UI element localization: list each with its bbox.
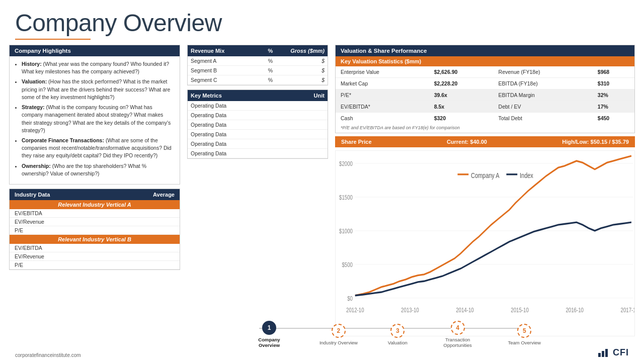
- revenue-mix-box: Revenue Mix % Gross ($mm) Segment A % $ …: [187, 45, 328, 85]
- progress-nav: 1 Company Overview 2 Industry Overview 3…: [161, 321, 629, 348]
- step-label-4: Transaction Opportunities: [438, 337, 478, 348]
- industry-vertical-b: Relevant Industry Vertical B: [10, 235, 180, 244]
- index-line: [355, 222, 631, 296]
- svg-text:2012-10: 2012-10: [346, 306, 364, 314]
- industry-row: EV/Revenue: [10, 218, 180, 226]
- step-label-5: Team Overview: [508, 340, 541, 345]
- company-highlights-body: History: (What year was the company foun…: [10, 56, 180, 184]
- ownership-label: Ownership:: [22, 163, 51, 169]
- step-circle-3[interactable]: 3: [390, 324, 405, 338]
- key-metrics-unit-col: Unit: [280, 93, 325, 99]
- share-price-current: Current: $40.00: [447, 139, 487, 145]
- industry-data-header: Industry Data Average: [10, 189, 180, 200]
- svg-text:$2000: $2000: [339, 160, 353, 167]
- svg-text:2015-10: 2015-10: [511, 306, 529, 314]
- page-title: Company Overview: [0, 0, 644, 37]
- title-underline: [15, 39, 91, 40]
- key-metrics-label: Key Metrics: [191, 93, 280, 99]
- revenue-mix-label: Revenue Mix: [191, 48, 255, 54]
- share-price-label: Share Price: [341, 139, 372, 145]
- svg-text:Company A: Company A: [471, 171, 500, 179]
- table-row: Cash $320 Total Debt $450: [336, 113, 634, 124]
- svg-text:2013-10: 2013-10: [401, 306, 419, 314]
- industry-vertical-a: Relevant Industry Vertical A: [10, 200, 180, 209]
- svg-text:$1000: $1000: [339, 227, 353, 234]
- industry-row: EV/EBITDA: [10, 209, 180, 218]
- key-metrics-box: Key Metrics Unit Operating Data Operatin…: [187, 89, 328, 159]
- nav-step-2[interactable]: 2 Industry Overview: [319, 324, 358, 345]
- table-row: Operating Data: [188, 139, 328, 149]
- share-price-bar: Share Price Current: $40.00 High/Low: $5…: [335, 136, 635, 147]
- valuation-note: *P/E and EV/EBITDA are based on FY18(e) …: [336, 124, 634, 133]
- table-row: P/E* 39.6x EBITDA Margin 32%: [336, 89, 634, 101]
- step-circle-5[interactable]: 5: [517, 324, 531, 338]
- step-label-3: Valuation: [388, 340, 408, 345]
- table-row: Segment A % $: [188, 56, 328, 66]
- stock-chart: $2000 $1500 $1000 $500 $0 2012-10 2013-1…: [335, 150, 635, 336]
- valuation-label: Valuation:: [22, 78, 47, 84]
- table-row: Segment C % $: [188, 75, 328, 85]
- table-row: Operating Data: [188, 101, 328, 111]
- industry-row: EV/EBITDA: [10, 244, 180, 252]
- step-circle-2[interactable]: 2: [332, 324, 346, 338]
- svg-text:2017-10: 2017-10: [621, 306, 634, 314]
- svg-text:$0: $0: [347, 294, 353, 302]
- nav-step-5[interactable]: 5 Team Overview: [508, 324, 541, 345]
- table-row: Operating Data: [188, 149, 328, 158]
- nav-step-4[interactable]: 4 Transaction Opportunities: [438, 321, 478, 348]
- list-item: Valuation: (How has the stock performed?…: [22, 78, 175, 101]
- industry-row: P/E: [10, 226, 180, 235]
- step-circle-1[interactable]: 1: [262, 321, 276, 335]
- right-panel: Valuation & Share Performance Key Valuat…: [335, 45, 635, 336]
- industry-data-avg: Average: [153, 192, 175, 198]
- chart-svg: $2000 $1500 $1000 $500 $0 2012-10 2013-1…: [336, 151, 634, 336]
- industry-data-box: Industry Data Average Relevant Industry …: [9, 189, 180, 270]
- history-text: (What year was the company found? Who fo…: [22, 61, 169, 74]
- history-label: History:: [22, 61, 42, 67]
- revenue-mix-gross-col: Gross ($mm): [286, 48, 325, 54]
- footer-website: corporatefinanceinstitute.com: [15, 352, 81, 358]
- table-row: Operating Data: [188, 130, 328, 139]
- revenue-mix-header: Revenue Mix % Gross ($mm): [188, 45, 328, 56]
- list-item: Strategy: (What is the company focusing …: [22, 104, 175, 134]
- company-highlights-header: Company Highlights: [10, 45, 180, 56]
- list-item: History: (What year was the company foun…: [22, 60, 175, 75]
- corp-finance-label: Corporate Finance Transactions:: [22, 137, 104, 143]
- step-label-2: Industry Overview: [319, 340, 358, 345]
- valuation-table: Enterprise Value $2,626.90 Revenue (FY18…: [336, 66, 634, 124]
- list-item: Corporate Finance Transactions: (What ar…: [22, 137, 175, 160]
- left-panel: Company Highlights History: (What year w…: [9, 45, 180, 336]
- step-label-1: Company Overview: [249, 337, 289, 348]
- valuation-box: Valuation & Share Performance Key Valuat…: [335, 45, 635, 133]
- table-row: Segment B % $: [188, 66, 328, 75]
- table-row: Operating Data: [188, 120, 328, 130]
- strategy-label: Strategy:: [22, 104, 45, 110]
- middle-panel: Revenue Mix % Gross ($mm) Segment A % $ …: [187, 45, 328, 336]
- industry-row: P/E: [10, 261, 180, 269]
- table-row: Enterprise Value $2,626.90 Revenue (FY18…: [336, 66, 634, 78]
- svg-text:Index: Index: [520, 171, 533, 179]
- svg-text:$500: $500: [342, 260, 353, 268]
- cfi-bars-icon: [598, 349, 608, 357]
- valuation-header: Valuation & Share Performance: [336, 45, 634, 56]
- svg-text:2016-10: 2016-10: [566, 306, 584, 314]
- industry-row: EV/Revenue: [10, 252, 180, 261]
- step-circle-4[interactable]: 4: [451, 321, 465, 335]
- table-row: Operating Data: [188, 111, 328, 120]
- svg-text:2014-10: 2014-10: [456, 306, 474, 314]
- table-row: EV/EBITDA* 8.5x Debt / EV 17%: [336, 101, 634, 113]
- industry-data-label: Industry Data: [15, 192, 50, 198]
- key-metrics-header: Key Metrics Unit: [188, 90, 328, 101]
- valuation-sub-header: Key Valuation Statistics ($mm): [336, 56, 634, 66]
- list-item: Ownership: (Who are the top shareholders…: [22, 162, 175, 177]
- progress-line: 1 Company Overview 2 Industry Overview 3…: [249, 321, 541, 348]
- cfi-logo: CFI: [598, 347, 629, 358]
- svg-text:$1500: $1500: [339, 193, 353, 201]
- share-price-highlow: High/Low: $50.15 / $35.79: [562, 139, 629, 145]
- nav-step-1[interactable]: 1 Company Overview: [249, 321, 289, 348]
- table-row: Market Cap $2,228.20 EBITDA (FY18e) $310: [336, 78, 634, 89]
- company-highlights-box: Company Highlights History: (What year w…: [9, 45, 180, 185]
- nav-step-3[interactable]: 3 Valuation: [388, 324, 408, 345]
- revenue-mix-pct-col: %: [255, 48, 286, 54]
